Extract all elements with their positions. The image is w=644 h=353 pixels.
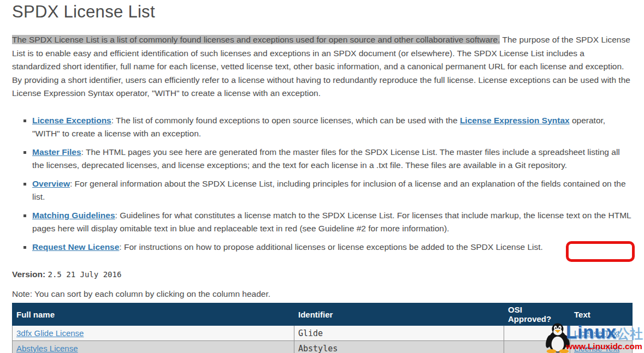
license-expression-syntax-link[interactable]: License Expression Syntax [460,116,570,125]
header-identifier[interactable]: Identifier [294,303,504,326]
list-item: Matching Guidelines: Guidelines for what… [32,209,632,236]
intro-paragraph: The SPDX License List is a list of commo… [12,33,632,100]
license-table: Full name Identifier OSI Approved? Text … [12,303,633,353]
request-new-license-link[interactable]: Request New License [32,242,119,252]
watermark-brand-line: Linux公社 [566,323,644,341]
list-item: Overview: For general information about … [32,177,632,204]
list-item: Request New License: For instructions on… [32,241,632,254]
version-label: Version: [12,270,45,279]
matching-guidelines-link[interactable]: Matching Guidelines [32,211,115,220]
overview-link[interactable]: Overview [32,179,70,188]
watermark-suffix: 公社 [617,326,643,341]
list-item-text: : For instructions on how to propose add… [119,242,542,252]
page-content: SPDX License List The SPDX License List … [0,2,644,353]
version-value: 2.5 21 July 2016 [48,270,121,279]
license-exceptions-link[interactable]: License Exceptions [32,116,111,125]
list-item-text: : The HTML pages you see here are genera… [32,147,620,170]
table-row: Abstyles License Abstyles License Text [13,341,633,353]
header-full-name[interactable]: Full name [13,303,294,326]
list-item: License Exceptions: The list of commonly… [32,114,632,141]
license-name-link[interactable]: 3dfx Glide License [16,328,84,338]
identifier-cell: Glide [294,326,504,341]
table-header-row: Full name Identifier OSI Approved? Text [13,303,633,326]
intro-text: The purpose of the SPDX License List is … [12,35,630,98]
watermark: Linux公社 www.Linuxidc.com [566,323,644,351]
page-title: SPDX License List [12,2,632,22]
list-item: Master Files: The HTML pages you see her… [32,146,632,172]
watermark-url: www.Linuxidc.com [566,342,644,351]
sort-note: Note: You can sort by each column by cli… [12,289,632,299]
license-name-link[interactable]: Abstyles License [16,344,78,353]
list-item-text: : Guidelines for what constitutes a lice… [32,211,631,234]
version-line: Version: 2.5 21 July 2016 [12,270,632,279]
info-link-list: License Exceptions: The list of commonly… [12,114,632,254]
selected-text: The SPDX License List is a list of commo… [12,35,500,44]
watermark-brand: Linux [566,322,617,342]
list-item-text: : For general information about the SPDX… [32,179,626,202]
identifier-cell: Abstyles [294,341,504,353]
master-files-link[interactable]: Master Files [32,147,81,157]
list-item-text: : The list of commonly found exceptions … [111,116,460,125]
table-row: 3dfx Glide License Glide License Text [13,326,633,341]
